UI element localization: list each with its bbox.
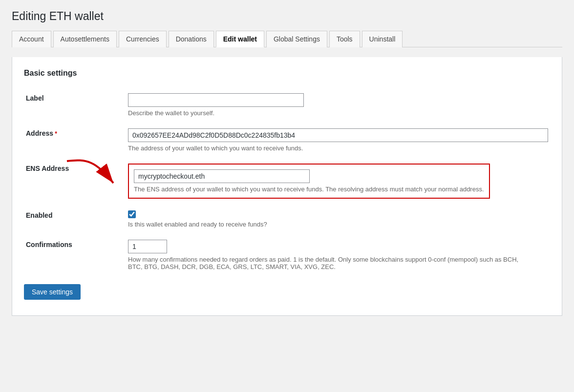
enabled-checkbox-wrapper [128,210,548,218]
save-settings-button[interactable]: Save settings [24,284,81,300]
ens-field-label: ENS Address [24,158,122,205]
required-star: * [53,130,57,137]
address-input[interactable] [128,128,548,142]
enabled-description: Is this wallet enabled and ready to rece… [128,221,548,228]
label-field-cell: Describe the wallet to yourself. [122,87,550,123]
tab-account[interactable]: Account [12,31,51,47]
label-description: Describe the wallet to yourself. [128,109,548,117]
label-field-label: Label [24,87,122,123]
label-row: Label Describe the wallet to yourself. [24,87,550,123]
enabled-field-label: Enabled [24,205,122,234]
confirmations-field-cell: How many confirmations needed to regard … [122,234,550,276]
label-input[interactable] [128,93,304,107]
content-area: Basic settings Label Describe the wallet… [12,57,562,316]
tab-global-settings[interactable]: Global Settings [266,31,327,47]
ens-address-input[interactable] [134,169,310,183]
enabled-checkbox[interactable] [128,210,136,218]
tab-autosettlements[interactable]: Autosettlements [53,31,117,47]
address-row: Address * The address of your wallet to … [24,123,550,158]
ens-highlight-box: The ENS address of your wallet to which … [128,164,490,199]
tab-uninstall[interactable]: Uninstall [362,31,403,47]
tab-currencies[interactable]: Currencies [119,31,167,47]
ens-field-cell: The ENS address of your wallet to which … [122,158,550,205]
tab-tools[interactable]: Tools [329,31,360,47]
tab-edit-wallet[interactable]: Edit wallet [216,31,264,47]
address-field-cell: The address of your wallet to which you … [122,123,550,158]
tab-donations[interactable]: Donations [169,31,214,47]
confirmations-description: How many confirmations needed to regard … [128,256,529,270]
ens-address-row: ENS Address [24,158,550,205]
confirmations-input[interactable] [128,240,167,253]
section-title: Basic settings [24,69,550,78]
tabs-navigation: Account Autosettlements Currencies Donat… [12,31,562,47]
enabled-field-cell: Is this wallet enabled and ready to rece… [122,205,550,234]
address-field-label: Address * [24,123,122,158]
confirmations-row: Confirmations How many confirmations nee… [24,234,550,276]
page-title: Editing ETH wallet [12,10,562,23]
settings-form: Label Describe the wallet to yourself. A… [24,87,550,276]
enabled-row: Enabled Is this wallet enabled and ready… [24,205,550,234]
address-description: The address of your wallet to which you … [128,144,548,152]
confirmations-field-label: Confirmations [24,234,122,276]
ens-description: The ENS address of your wallet to which … [134,186,484,193]
